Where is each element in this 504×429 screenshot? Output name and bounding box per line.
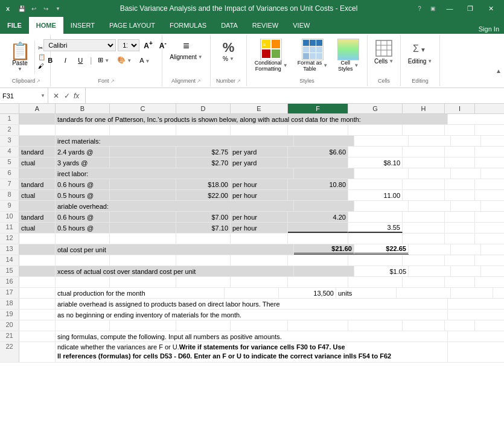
cell-i6[interactable] (451, 168, 481, 179)
cell-c20[interactable] (110, 320, 176, 331)
cell-a21[interactable] (19, 331, 56, 342)
cell-f20[interactable] (288, 320, 348, 331)
font-expand[interactable]: ↗ (110, 78, 115, 84)
cell-i11[interactable] (445, 223, 475, 233)
clipboard-expand[interactable]: ↗ (36, 78, 40, 84)
cell-g9[interactable] (354, 201, 409, 211)
col-header-i[interactable]: I (445, 104, 475, 113)
cell-a22[interactable] (19, 342, 56, 362)
cell-b2[interactable] (56, 125, 110, 135)
cell-i20[interactable] (445, 320, 475, 331)
cell-f13[interactable]: $21.60 (294, 244, 354, 255)
cell-g16[interactable] (348, 277, 403, 287)
enter-formula-btn[interactable]: ✓ (63, 92, 71, 100)
ribbon-expand-btn[interactable]: ▲ (496, 68, 502, 74)
cell-g12[interactable] (348, 234, 403, 244)
cell-b14[interactable] (56, 255, 110, 265)
cell-a16[interactable] (19, 277, 56, 287)
fill-color-button[interactable]: 🎨▼ (114, 54, 135, 66)
font-color-button[interactable]: A▼ (136, 55, 153, 66)
cell-f12[interactable] (288, 234, 348, 244)
row-number[interactable]: 8 (0, 190, 19, 200)
italic-button[interactable]: I (59, 55, 72, 66)
cell-h9[interactable] (409, 201, 451, 211)
cell-e5[interactable]: per yard (231, 157, 288, 168)
cell-h13[interactable] (409, 244, 451, 255)
cell-b20[interactable] (56, 320, 110, 331)
font-size-select[interactable]: 11 (118, 39, 139, 51)
cell-a7[interactable]: tandard (19, 179, 56, 189)
cell-e16[interactable] (231, 277, 288, 287)
col-header-a[interactable]: A (19, 104, 56, 113)
cell-b21[interactable]: sing formulas, compute the following. In… (56, 331, 448, 342)
cell-i14[interactable] (445, 255, 475, 265)
cell-h17[interactable] (451, 288, 493, 298)
cell-c8[interactable] (110, 190, 176, 200)
row-number[interactable]: 21 (0, 331, 19, 342)
cell-h2[interactable] (403, 125, 445, 135)
cell-f15[interactable] (294, 266, 354, 276)
cell-f10[interactable]: 4.20 (288, 212, 348, 222)
row-number[interactable]: 2 (0, 125, 19, 135)
cell-a8[interactable]: ctual (19, 190, 56, 200)
cells-button[interactable]: Cells▼ (371, 36, 397, 67)
cell-h7[interactable] (403, 179, 445, 189)
cell-d14[interactable] (176, 255, 231, 265)
cell-styles-button[interactable]: CellStyles▼ (334, 36, 363, 75)
cell-g15[interactable]: $1.05 (354, 266, 409, 276)
cell-b10[interactable]: 0.6 hours @ (56, 212, 110, 222)
cell-d2[interactable] (176, 125, 231, 135)
cell-reference-input[interactable] (2, 92, 36, 100)
cell-b16[interactable] (56, 277, 110, 287)
cell-d8[interactable]: $22.00 (176, 190, 231, 200)
cell-i7[interactable] (445, 179, 475, 189)
cell-i8[interactable] (445, 190, 475, 200)
cell-g13[interactable]: $22.65 (354, 244, 409, 255)
cell-e8[interactable]: per hour (231, 190, 288, 200)
cell-h12[interactable] (403, 234, 445, 244)
cell-d17[interactable] (225, 288, 279, 298)
cell-h8[interactable] (403, 190, 445, 200)
tab-file[interactable]: FILE (0, 17, 29, 34)
cell-a2[interactable] (19, 125, 56, 135)
paste-dropdown[interactable]: ▼ (18, 66, 22, 72)
cell-e4[interactable]: per yard (231, 147, 288, 157)
cell-g11[interactable]: 3.55 (348, 223, 403, 233)
borders-button[interactable]: ⊞▼ (95, 54, 112, 66)
cell-f11[interactable] (288, 223, 348, 233)
cell-g2[interactable] (348, 125, 403, 135)
restore-btn[interactable]: ❐ (462, 0, 479, 17)
cell-e10[interactable]: per hour (231, 212, 288, 222)
cell-d7[interactable]: $18.00 (176, 179, 231, 189)
close-btn[interactable]: ✕ (482, 0, 499, 17)
cell-d10[interactable]: $7.00 (176, 212, 231, 222)
cell-g3[interactable] (354, 136, 409, 146)
number-button[interactable]: % % ▼ (218, 36, 240, 66)
row-number[interactable]: 10 (0, 212, 19, 222)
cell-f14[interactable] (288, 255, 348, 265)
cell-f8[interactable] (288, 190, 348, 200)
col-header-e[interactable]: E (231, 104, 288, 113)
cell-h5[interactable] (403, 157, 445, 168)
cell-a6[interactable] (19, 168, 56, 179)
save-icon[interactable]: 💾 (17, 4, 27, 13)
alignment-button[interactable]: ≡ Alignment ▼ (165, 36, 207, 64)
cell-b22[interactable]: ndicate whether the variances are F or U… (56, 342, 448, 362)
cell-b4[interactable]: 2.4 yards @ (56, 147, 110, 157)
cell-a20[interactable] (19, 320, 56, 331)
cell-a10[interactable]: tandard (19, 212, 56, 222)
cell-d5[interactable]: $2.70 (176, 157, 231, 168)
tab-insert[interactable]: INSERT (63, 17, 102, 34)
cell-h20[interactable] (403, 320, 445, 331)
cell-f5[interactable] (288, 157, 348, 168)
cell-g10[interactable] (348, 212, 403, 222)
cell-g20[interactable] (348, 320, 403, 331)
cell-b9[interactable]: ariable overhead: (56, 201, 294, 211)
cell-c7[interactable] (110, 179, 176, 189)
cell-h6[interactable] (409, 168, 451, 179)
conditional-formatting-button[interactable]: ≡ ConditionalFormatting▼ (251, 36, 292, 75)
col-header-f[interactable]: F (288, 104, 348, 113)
cell-c5[interactable] (110, 157, 176, 168)
cell-i3[interactable] (451, 136, 481, 146)
cell-ref-dropdown[interactable]: ▼ (40, 93, 45, 98)
